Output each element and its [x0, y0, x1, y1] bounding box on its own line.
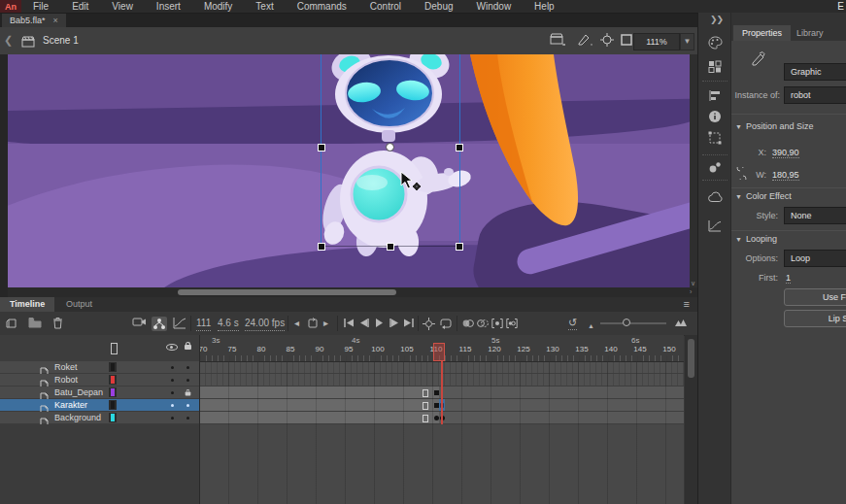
selection-handle[interactable]	[387, 243, 394, 251]
eye-icon[interactable]	[166, 344, 178, 351]
clip-content-icon[interactable]	[620, 33, 633, 50]
go-first-icon[interactable]	[344, 319, 355, 327]
edit-multiple-frames-icon[interactable]	[506, 319, 518, 328]
show-graph-icon[interactable]	[173, 317, 186, 329]
tab-output[interactable]: Output	[56, 297, 102, 312]
first-frame-value[interactable]: 1	[786, 273, 791, 284]
onion-outlines-icon[interactable]	[477, 319, 489, 328]
edit-scene-icon[interactable]	[550, 33, 565, 50]
zoom-in-icon[interactable]	[674, 318, 688, 327]
loop-range-icon[interactable]	[307, 318, 319, 329]
transform-point[interactable]	[386, 143, 394, 151]
layer-row-batu_depan[interactable]: Batu_Depan	[0, 386, 199, 399]
layer-row-background[interactable]: Background	[0, 412, 199, 424]
style-select[interactable]: None	[784, 207, 846, 224]
loop-options-select[interactable]: Loop	[784, 250, 846, 267]
playhead-marker[interactable]	[433, 343, 445, 361]
center-frame-icon[interactable]	[600, 33, 614, 50]
instance-name-field[interactable]: robot	[784, 86, 846, 104]
onion-skin-icon[interactable]	[462, 319, 474, 328]
close-icon[interactable]: ×	[53, 16, 58, 25]
layer-visibility-dot[interactable]	[171, 391, 174, 394]
brush-library-icon[interactable]	[708, 160, 722, 178]
onion-range-icon[interactable]	[491, 319, 503, 328]
motion-editor-icon[interactable]	[708, 218, 722, 236]
menu-help[interactable]: Help	[523, 0, 566, 13]
elapsed-time-value[interactable]: 4.6 s	[218, 317, 239, 331]
camera-icon[interactable]	[132, 317, 147, 327]
layer-outline-color[interactable]	[109, 400, 117, 410]
frame-rate-value[interactable]: 24.00 fps	[245, 317, 285, 331]
lip-syncing-button[interactable]: Lip S	[784, 310, 846, 327]
layer-visibility-dot[interactable]	[171, 417, 174, 420]
menu-insert[interactable]: Insert	[145, 0, 192, 13]
stage-horizontal-scrollbar[interactable]	[8, 287, 690, 297]
tab-properties[interactable]: Properties	[733, 25, 791, 41]
symbol-type-select[interactable]: Graphic	[784, 63, 846, 81]
delete-layer-icon[interactable]	[52, 317, 63, 329]
reset-timeline-zoom-icon[interactable]: ↺	[568, 316, 577, 330]
tab-timeline[interactable]: Timeline	[0, 297, 54, 312]
back-arrow-icon[interactable]: ❮	[4, 34, 13, 47]
layer-visibility-dot[interactable]	[171, 379, 174, 382]
frames-grid[interactable]: 7075808590951001051101151201251301351401…	[200, 335, 684, 504]
selection-handle[interactable]	[318, 144, 325, 151]
new-layer-icon[interactable]	[6, 317, 18, 329]
lock-icon[interactable]	[185, 345, 191, 350]
menu-control[interactable]: Control	[358, 0, 413, 13]
use-frame-picker-button[interactable]: Use Fra	[784, 288, 846, 306]
keyframe-marker[interactable]	[434, 390, 439, 395]
section-position-size[interactable]: ▼Position and Size	[735, 121, 813, 131]
zoom-slider-knob[interactable]	[623, 319, 630, 326]
tab-library[interactable]: Library	[788, 25, 832, 41]
section-color-effect[interactable]: ▼Color Effect	[735, 191, 792, 201]
panel-menu-icon[interactable]: ≡	[684, 297, 690, 312]
selection-handle[interactable]	[456, 243, 463, 251]
keyframe-marker[interactable]	[434, 416, 439, 420]
outline-color-icon[interactable]	[111, 343, 118, 354]
step-forward-icon[interactable]	[389, 319, 399, 327]
scroll-down-icon[interactable]: ∨	[691, 280, 695, 287]
layer-visibility-dot[interactable]	[171, 404, 174, 407]
layer-outline-color[interactable]	[109, 387, 117, 397]
info-icon[interactable]	[708, 110, 722, 127]
scene-breadcrumb[interactable]: Scene 1	[43, 35, 79, 46]
robot-character[interactable]	[314, 54, 474, 268]
swatches-icon[interactable]	[708, 59, 722, 77]
menu-file[interactable]: File	[21, 0, 60, 13]
workspace-button[interactable]: E	[837, 0, 844, 13]
menu-view[interactable]: View	[100, 0, 145, 13]
loop-prev-icon[interactable]: ◂	[294, 317, 299, 330]
play-icon[interactable]	[375, 319, 384, 327]
loop-next-icon[interactable]: ▸	[323, 317, 328, 330]
layer-lock-icon[interactable]	[186, 392, 191, 396]
creative-cloud-icon[interactable]	[708, 189, 724, 207]
layer-lock-dot[interactable]	[186, 417, 189, 420]
center-playhead-icon[interactable]	[423, 318, 435, 330]
layer-lock-dot[interactable]	[186, 379, 189, 382]
scrollbar-thumb[interactable]	[178, 289, 396, 295]
new-folder-icon[interactable]	[28, 317, 42, 328]
stage-canvas[interactable]	[8, 54, 690, 287]
edit-symbols-icon[interactable]	[577, 33, 592, 50]
layer-row-roket[interactable]: Roket	[0, 361, 199, 374]
menu-commands[interactable]: Commands	[286, 0, 358, 13]
zoom-out-icon[interactable]: ▲	[588, 319, 594, 333]
step-back-icon[interactable]	[359, 319, 370, 327]
document-tab[interactable]: Bab5.fla* ×	[2, 14, 66, 27]
color-icon[interactable]	[708, 36, 723, 53]
align-icon[interactable]	[708, 88, 722, 106]
menu-text[interactable]: Text	[244, 0, 285, 13]
x-value[interactable]: 390,90	[772, 148, 799, 158]
loop-frames-icon[interactable]	[439, 318, 453, 329]
layer-outline-color[interactable]	[109, 362, 117, 372]
stage-vertical-scrollbar[interactable]: ∨	[690, 54, 697, 297]
menu-debug[interactable]: Debug	[413, 0, 464, 13]
zoom-level-select[interactable]: 111%	[633, 33, 680, 50]
w-value[interactable]: 180,95	[772, 170, 799, 181]
scrollbar-thumb[interactable]	[688, 339, 694, 378]
zoom-chevron-icon[interactable]: ▼	[680, 33, 694, 50]
layer-outline-color[interactable]	[109, 375, 117, 385]
layer-row-karakter[interactable]: Karakter	[0, 399, 199, 412]
transform-icon[interactable]	[708, 131, 722, 149]
